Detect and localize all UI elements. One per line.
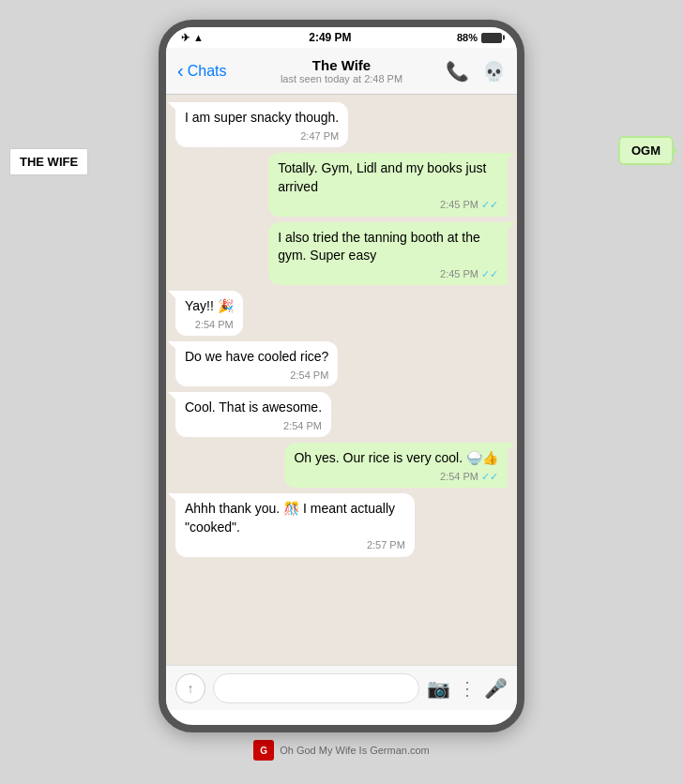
message-text: Do we have cooled rice? [185,349,328,364]
message-time: 2:45 PM [440,267,478,281]
message-time: 2:54 PM [195,318,234,332]
message-text: Cool. That is awesome. [185,400,322,415]
message-time: 2:47 PM [300,129,339,143]
message-time: 2:57 PM [367,538,405,552]
nav-back-button[interactable]: ‹ Chats [177,60,226,82]
outer-wrapper: THE WIFE OGM ✈ ▲ 2:49 PM 88% ‹ Chats The… [0,0,683,784]
site-footer: G Oh God My Wife Is German.com [253,732,430,764]
read-tick-icon: ✓✓ [481,198,498,212]
status-bar: ✈ ▲ 2:49 PM 88% [166,27,517,48]
message-text: Yay!! 🎉 [185,298,234,313]
status-right: 88% [457,32,502,43]
message-row: Totally. Gym, Lidl and my books just arr… [175,153,508,217]
site-logo: G [253,740,274,761]
message-bubble[interactable]: Totally. Gym, Lidl and my books just arr… [268,153,508,217]
more-icon[interactable]: ⋮ [458,677,477,700]
share-button[interactable]: ↑ [175,673,205,703]
airplane-icon: ✈ [181,32,190,44]
camera-icon[interactable]: 📷 [427,677,450,700]
battery-percent: 88% [457,32,478,43]
status-time: 2:49 PM [309,31,351,44]
message-time: 2:54 PM [283,419,322,433]
message-bubble[interactable]: Oh yes. Our rice is very cool. 🍚👍2:54 PM… [284,443,508,488]
wifi-icon: ▲ [193,32,204,43]
chevron-left-icon: ‹ [177,60,184,82]
status-left: ✈ ▲ [181,32,204,44]
message-bubble[interactable]: Yay!! 🎉2:54 PM [175,291,243,336]
chat-subtitle: last seen today at 2:48 PM [281,73,402,84]
message-time: 2:45 PM [440,198,478,212]
read-tick-icon: ✓✓ [481,267,498,281]
battery-icon [481,33,502,43]
mic-icon[interactable]: 🎤 [484,677,508,700]
phone-icon[interactable]: 📞 [446,60,469,83]
side-label-right: OGM [618,136,674,165]
message-bubble[interactable]: Ahhh thank you. 🎊 I meant actually "cook… [175,493,415,557]
message-text: Totally. Gym, Lidl and my books just arr… [278,160,486,194]
message-row: Oh yes. Our rice is very cool. 🍚👍2:54 PM… [175,443,508,488]
message-row: Cool. That is awesome.2:54 PM [175,392,508,437]
message-time: 2:54 PM [290,369,328,383]
side-label-left: THE WIFE [9,148,88,175]
back-label: Chats [188,63,227,80]
site-url: Oh God My Wife Is German.com [280,745,430,756]
message-text: Oh yes. Our rice is very cool. 🍚👍 [294,450,498,465]
message-row: I am super snacky though.2:47 PM [175,102,508,147]
message-row: I also tried the tanning booth at the gy… [175,222,508,286]
chat-title: The Wife [281,57,402,73]
nav-actions: 📞 💀 [446,60,506,83]
message-row: Yay!! 🎉2:54 PM [175,291,508,336]
message-text: I also tried the tanning booth at the gy… [278,230,480,264]
message-text: Ahhh thank you. 🎊 I meant actually "cook… [185,501,395,535]
message-time: 2:54 PM [440,470,478,484]
phone-frame: ✈ ▲ 2:49 PM 88% ‹ Chats The Wife last se… [159,20,524,732]
read-tick-icon: ✓✓ [481,470,498,484]
message-row: Ahhh thank you. 🎊 I meant actually "cook… [175,493,508,557]
message-bubble[interactable]: Do we have cooled rice?2:54 PM [175,341,338,386]
bottom-bar: ↑ 📷 ⋮ 🎤 [166,665,517,710]
nav-title-area: The Wife last seen today at 2:48 PM [281,57,402,84]
message-bubble[interactable]: I also tried the tanning booth at the gy… [268,222,508,286]
message-text: I am super snacky though. [185,110,339,125]
chat-area[interactable]: I am super snacky though.2:47 PMTotally.… [166,95,517,665]
skull-icon[interactable]: 💀 [482,60,506,83]
message-bubble[interactable]: I am super snacky though.2:47 PM [175,102,348,147]
nav-header: ‹ Chats The Wife last seen today at 2:48… [166,48,517,95]
message-bubble[interactable]: Cool. That is awesome.2:54 PM [175,392,331,437]
message-row: Do we have cooled rice?2:54 PM [175,341,508,386]
message-input[interactable] [213,673,419,703]
